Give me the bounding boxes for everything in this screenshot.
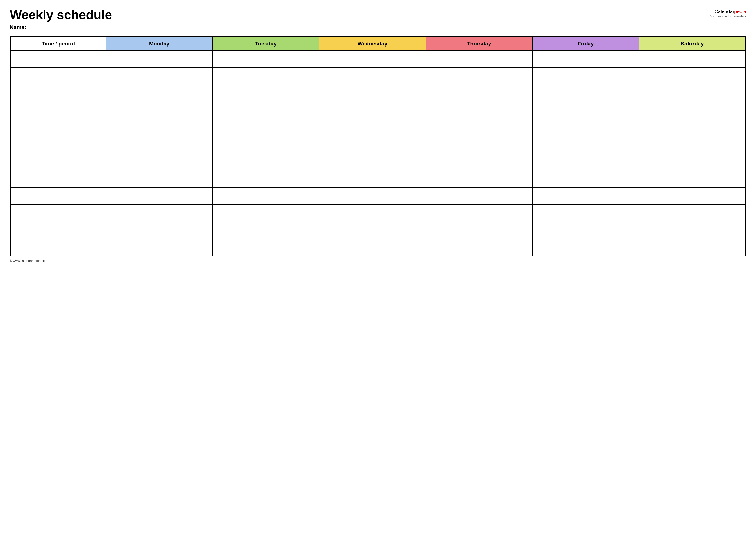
time-cell [10, 153, 106, 170]
schedule-cell[interactable] [639, 170, 746, 187]
schedule-cell[interactable] [106, 119, 212, 136]
schedule-cell[interactable] [426, 222, 532, 239]
schedule-cell[interactable] [426, 170, 532, 187]
schedule-cell[interactable] [639, 51, 746, 68]
schedule-cell[interactable] [532, 170, 639, 187]
col-header-wednesday: Wednesday [319, 37, 426, 51]
col-header-tuesday: Tuesday [212, 37, 319, 51]
schedule-cell[interactable] [532, 239, 639, 256]
schedule-cell[interactable] [639, 187, 746, 205]
schedule-cell[interactable] [319, 102, 426, 119]
time-cell [10, 68, 106, 85]
schedule-cell[interactable] [106, 153, 212, 170]
schedule-cell[interactable] [106, 85, 212, 102]
schedule-cell[interactable] [106, 170, 212, 187]
schedule-cell[interactable] [532, 136, 639, 153]
schedule-cell[interactable] [212, 239, 319, 256]
schedule-cell[interactable] [212, 85, 319, 102]
schedule-cell[interactable] [639, 153, 746, 170]
table-row [10, 205, 746, 222]
schedule-cell[interactable] [639, 239, 746, 256]
schedule-cell[interactable] [639, 119, 746, 136]
title-section: Weekly schedule Name: [10, 8, 112, 31]
time-cell [10, 51, 106, 68]
schedule-cell[interactable] [532, 85, 639, 102]
schedule-cell[interactable] [106, 68, 212, 85]
table-row [10, 68, 746, 85]
schedule-cell[interactable] [212, 222, 319, 239]
schedule-cell[interactable] [639, 205, 746, 222]
schedule-cell[interactable] [319, 68, 426, 85]
time-cell [10, 239, 106, 256]
schedule-cell[interactable] [532, 51, 639, 68]
schedule-cell[interactable] [426, 51, 532, 68]
table-row [10, 136, 746, 153]
schedule-cell[interactable] [212, 170, 319, 187]
schedule-cell[interactable] [426, 68, 532, 85]
time-cell [10, 85, 106, 102]
schedule-table-wrapper: Time / period Monday Tuesday Wednesday T… [10, 37, 746, 257]
schedule-cell[interactable] [106, 239, 212, 256]
schedule-cell[interactable] [319, 119, 426, 136]
schedule-cell[interactable] [532, 102, 639, 119]
time-cell [10, 187, 106, 205]
schedule-cell[interactable] [106, 136, 212, 153]
table-row [10, 222, 746, 239]
schedule-cell[interactable] [426, 205, 532, 222]
schedule-cell[interactable] [426, 153, 532, 170]
schedule-cell[interactable] [532, 119, 639, 136]
col-header-saturday: Saturday [639, 37, 746, 51]
schedule-cell[interactable] [212, 187, 319, 205]
schedule-cell[interactable] [106, 205, 212, 222]
schedule-cell[interactable] [212, 102, 319, 119]
schedule-cell[interactable] [212, 51, 319, 68]
logo-area: Calendarpedia Your source for calendars [710, 9, 746, 18]
schedule-cell[interactable] [212, 119, 319, 136]
schedule-cell[interactable] [532, 222, 639, 239]
schedule-cell[interactable] [639, 102, 746, 119]
schedule-cell[interactable] [319, 187, 426, 205]
schedule-cell[interactable] [426, 239, 532, 256]
logo-pedia-part: pedia [734, 9, 746, 14]
schedule-cell[interactable] [319, 239, 426, 256]
schedule-cell[interactable] [212, 68, 319, 85]
header-area: Weekly schedule Name: Calendarpedia Your… [10, 8, 746, 31]
table-row [10, 119, 746, 136]
schedule-cell[interactable] [639, 222, 746, 239]
schedule-cell[interactable] [319, 222, 426, 239]
col-header-thursday: Thursday [426, 37, 532, 51]
schedule-cell[interactable] [106, 187, 212, 205]
schedule-cell[interactable] [319, 136, 426, 153]
schedule-cell[interactable] [426, 119, 532, 136]
schedule-cell[interactable] [319, 51, 426, 68]
schedule-cell[interactable] [532, 153, 639, 170]
time-cell [10, 102, 106, 119]
table-row [10, 187, 746, 205]
schedule-cell[interactable] [106, 51, 212, 68]
table-row [10, 102, 746, 119]
schedule-cell[interactable] [106, 102, 212, 119]
schedule-cell[interactable] [639, 136, 746, 153]
schedule-cell[interactable] [639, 85, 746, 102]
schedule-cell[interactable] [426, 136, 532, 153]
schedule-cell[interactable] [319, 85, 426, 102]
schedule-cell[interactable] [532, 205, 639, 222]
time-cell [10, 222, 106, 239]
schedule-cell[interactable] [212, 153, 319, 170]
col-header-friday: Friday [532, 37, 639, 51]
schedule-cell[interactable] [212, 205, 319, 222]
schedule-cell[interactable] [426, 85, 532, 102]
schedule-cell[interactable] [319, 153, 426, 170]
schedule-cell[interactable] [426, 187, 532, 205]
table-row [10, 51, 746, 68]
schedule-cell[interactable] [319, 170, 426, 187]
schedule-cell[interactable] [106, 222, 212, 239]
schedule-cell[interactable] [426, 102, 532, 119]
schedule-cell[interactable] [212, 136, 319, 153]
logo-calendar-part: Calendar [714, 9, 734, 14]
schedule-cell[interactable] [532, 68, 639, 85]
schedule-cell[interactable] [319, 205, 426, 222]
logo-text: Calendarpedia [710, 9, 746, 14]
schedule-cell[interactable] [532, 187, 639, 205]
schedule-cell[interactable] [639, 68, 746, 85]
